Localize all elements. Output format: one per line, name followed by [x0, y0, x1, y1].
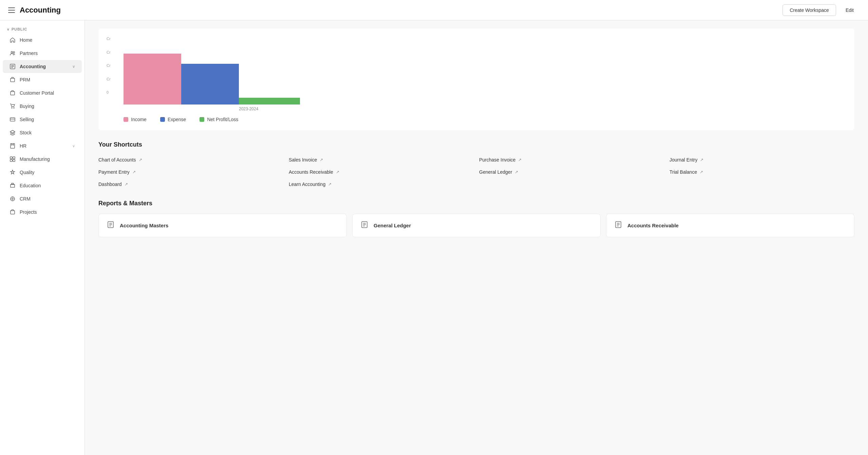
sidebar-item-buying-label: Buying: [20, 103, 75, 109]
shortcut-payment-entry-label: Payment Entry: [98, 169, 130, 175]
prm-icon: [10, 77, 16, 83]
shortcut-purchase-invoice[interactable]: Purchase Invoice ↗: [479, 155, 664, 165]
accounting-chevron-icon: ∨: [72, 64, 75, 69]
quality-icon: [10, 169, 16, 175]
shortcut-arrow-icon: ↗: [518, 157, 522, 162]
sidebar-item-selling[interactable]: Selling: [3, 113, 82, 126]
sidebar-item-education-label: Education: [20, 183, 75, 188]
shortcut-arrow-icon: ↗: [700, 170, 703, 174]
chart-y-label-2: Cr: [107, 77, 111, 81]
sidebar-section-public: ∨ PUBLIC: [0, 24, 84, 33]
report-card-accounting-masters[interactable]: Accounting Masters: [98, 214, 347, 237]
shortcut-learn-accounting-label: Learn Accounting: [289, 182, 325, 187]
hamburger-menu-icon[interactable]: [8, 7, 15, 13]
chart-y-label-1: 0: [107, 90, 111, 94]
sidebar-item-partners[interactable]: Partners: [3, 47, 82, 60]
sidebar-item-home-label: Home: [20, 37, 75, 43]
partners-icon: [10, 50, 16, 56]
report-icon-accounting-masters: [107, 221, 114, 230]
shortcut-payment-entry[interactable]: Payment Entry ↗: [98, 167, 283, 177]
shortcut-accounts-receivable-label: Accounts Receivable: [289, 169, 333, 175]
sidebar-item-projects[interactable]: Projects: [3, 206, 82, 219]
shortcut-arrow-icon: ↗: [700, 157, 703, 162]
shortcut-journal-entry[interactable]: Journal Entry ↗: [669, 155, 854, 165]
legend-income: Income: [124, 117, 147, 122]
projects-icon: [10, 209, 16, 215]
shortcut-chart-of-accounts[interactable]: Chart of Accounts ↗: [98, 155, 283, 165]
sidebar-item-quality-label: Quality: [20, 170, 75, 175]
sidebar: ∨ PUBLIC Home Partners Accoun: [0, 20, 85, 455]
sidebar-item-selling-label: Selling: [20, 117, 75, 122]
legend-expense-label: Expense: [168, 117, 186, 122]
shortcut-dashboard[interactable]: Dashboard ↗: [98, 179, 283, 189]
reports-section: Reports & Masters Accounting Masters Gen…: [98, 200, 854, 237]
shortcut-trial-balance[interactable]: Trial Balance ↗: [669, 167, 854, 177]
svg-point-3: [12, 108, 12, 108]
shortcut-arrow-icon: ↗: [139, 157, 142, 162]
svg-rect-10: [13, 159, 15, 162]
report-card-accounts-receivable[interactable]: Accounts Receivable: [606, 214, 854, 237]
chart-bar-netprofit: [239, 98, 300, 105]
sidebar-item-stock-label: Stock: [20, 130, 75, 135]
shortcut-purchase-invoice-label: Purchase Invoice: [479, 157, 515, 163]
shortcut-sales-invoice-label: Sales Invoice: [289, 157, 317, 163]
sidebar-item-education[interactable]: Education: [3, 179, 82, 192]
sidebar-item-manufacturing-label: Manufacturing: [20, 156, 75, 162]
sidebar-item-home[interactable]: Home: [3, 34, 82, 46]
chart-legend: Income Expense Net Profit/Loss: [107, 117, 846, 122]
shortcut-general-ledger[interactable]: General Ledger ↗: [479, 167, 664, 177]
chart-x-label: 2023-2024: [239, 107, 258, 111]
selling-icon: [10, 116, 16, 122]
sidebar-item-stock[interactable]: Stock: [3, 126, 82, 139]
header-right: Create Workspace Edit: [782, 4, 860, 16]
create-workspace-button[interactable]: Create Workspace: [782, 4, 836, 16]
chart-y-label-5: Cr: [107, 37, 111, 41]
shortcut-arrow-icon: ↗: [336, 170, 339, 174]
legend-netprofit-label: Net Profit/Loss: [207, 117, 238, 122]
shortcuts-grid: Chart of Accounts ↗ Sales Invoice ↗ Purc…: [98, 155, 854, 189]
shortcut-accounts-receivable[interactable]: Accounts Receivable ↗: [289, 167, 474, 177]
sidebar-item-prm[interactable]: PRM: [3, 73, 82, 86]
sidebar-item-customer-portal[interactable]: Customer Portal: [3, 87, 82, 99]
legend-net-profit: Net Profit/Loss: [200, 117, 238, 122]
shortcut-chart-of-accounts-label: Chart of Accounts: [98, 157, 136, 163]
crm-icon: [10, 196, 16, 202]
stock-icon: [10, 130, 16, 136]
chart-y-labels: Cr Cr Cr Cr 0: [107, 37, 111, 94]
shortcut-arrow-icon: ↗: [320, 157, 323, 162]
hr-icon: [10, 143, 16, 149]
legend-netprofit-dot: [200, 117, 204, 122]
shortcut-trial-balance-label: Trial Balance: [669, 169, 697, 175]
report-card-general-ledger[interactable]: General Ledger: [352, 214, 601, 237]
report-icon-accounts-receivable: [615, 221, 622, 230]
sidebar-item-crm[interactable]: CRM: [3, 192, 82, 205]
shortcut-sales-invoice[interactable]: Sales Invoice ↗: [289, 155, 474, 165]
legend-expense: Expense: [160, 117, 186, 122]
shortcuts-section: Your Shortcuts Chart of Accounts ↗ Sales…: [98, 141, 854, 189]
chart-bar-expense: [181, 64, 239, 105]
sidebar-item-hr[interactable]: HR ∨: [3, 139, 82, 152]
sidebar-item-accounting[interactable]: Accounting ∨: [3, 60, 82, 73]
shortcut-arrow-icon: ↗: [515, 170, 518, 174]
shortcut-arrow-icon: ↗: [328, 182, 332, 187]
shortcut-arrow-icon: ↗: [125, 182, 128, 187]
sidebar-item-quality[interactable]: Quality: [3, 166, 82, 179]
page-title: Accounting: [20, 6, 61, 15]
shortcut-learn-accounting[interactable]: Learn Accounting ↗: [289, 179, 474, 189]
sidebar-item-manufacturing[interactable]: Manufacturing: [3, 153, 82, 166]
legend-income-label: Income: [131, 117, 147, 122]
svg-rect-9: [10, 159, 12, 162]
sidebar-item-customer-portal-label: Customer Portal: [20, 90, 75, 96]
buying-icon: [10, 103, 16, 109]
sidebar-item-accounting-label: Accounting: [20, 64, 68, 69]
chart-container: Cr Cr Cr Cr 0 2023-2024: [98, 29, 854, 130]
chart-x-labels: 2023-2024: [107, 107, 846, 111]
sidebar-item-buying[interactable]: Buying: [3, 100, 82, 113]
legend-expense-dot: [160, 117, 165, 122]
home-icon: [10, 37, 16, 43]
reports-grid: Accounting Masters General Ledger Accoun…: [98, 214, 854, 237]
edit-button[interactable]: Edit: [839, 5, 860, 16]
svg-rect-5: [10, 118, 15, 121]
section-chevron-icon: ∨: [7, 27, 10, 31]
svg-rect-7: [10, 157, 12, 159]
